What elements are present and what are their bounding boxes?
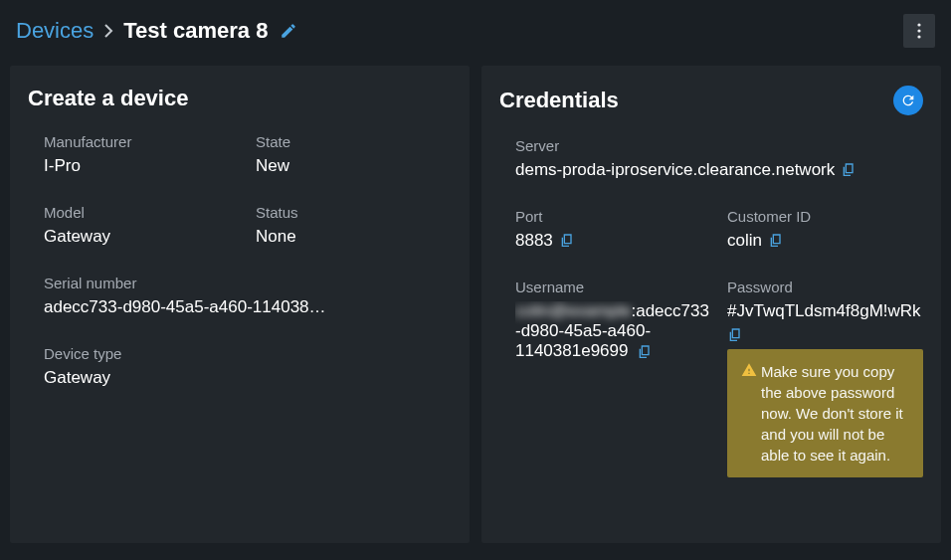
state-value: New [256,156,452,176]
svg-point-1 [917,29,920,32]
serial-label: Serial number [44,275,452,291]
field-devicetype: Device type Gateway [44,345,452,388]
field-server: Server dems-proda-iproservice.clearance.… [515,137,923,180]
refresh-icon [900,93,916,108]
field-state: State New [256,133,452,176]
devicetype-label: Device type [44,345,452,362]
panel-title-create: Create a device [28,86,188,111]
password-warning: Make sure you copy the above password no… [727,349,923,477]
devicetype-value: Gateway [44,368,452,388]
field-status: Status None [256,204,452,247]
model-value: Gateway [44,227,240,247]
manufacturer-label: Manufacturer [44,133,240,150]
password-label: Password [727,279,923,295]
customer-label: Customer ID [727,208,923,225]
copy-username-icon[interactable] [637,344,653,360]
panel-title-credentials: Credentials [499,88,619,113]
field-username: Username colin@example:adecc733-d980-45a… [515,279,711,477]
password-value: #JvTwqTLdsm4f8gM!wRk [727,301,921,320]
chevron-right-icon [103,24,113,38]
credentials-panel: Credentials Server dems-proda-iproservic… [481,66,941,543]
field-customer: Customer ID colin [727,208,923,251]
status-value: None [256,227,452,247]
more-options-button[interactable] [903,14,935,48]
serial-value: adecc733-d980-45a5-a460-114038… [44,297,452,317]
copy-server-icon[interactable] [841,162,856,178]
port-label: Port [515,208,711,225]
copy-password-icon[interactable] [727,327,743,343]
svg-point-2 [917,35,920,38]
field-manufacturer: Manufacturer I-Pro [44,133,240,176]
copy-port-icon[interactable] [559,233,575,249]
field-port: Port 8883 [515,208,711,251]
model-label: Model [44,204,240,221]
customer-value: colin [727,231,762,251]
refresh-button[interactable] [893,86,923,115]
field-model: Model Gateway [44,204,240,247]
warning-text: Make sure you copy the above password no… [761,361,909,466]
copy-customer-icon[interactable] [768,233,784,249]
create-device-panel: Create a device Manufacturer I-Pro State… [10,66,470,543]
breadcrumb-devices-link[interactable]: Devices [16,18,94,44]
kebab-icon [917,23,921,39]
field-serial: Serial number adecc733-d980-45a5-a460-11… [44,275,452,317]
username-blurred: colin@example [515,301,631,320]
edit-icon[interactable] [280,22,297,40]
warning-icon [741,362,757,466]
state-label: State [256,133,452,150]
field-password: Password #JvTwqTLdsm4f8gM!wRk Make sure … [727,279,923,477]
page-title: Test camera 8 [123,18,268,44]
server-label: Server [515,137,923,154]
port-value: 8883 [515,231,553,251]
username-label: Username [515,279,711,295]
server-value: dems-proda-iproservice.clearance.network [515,160,835,180]
svg-point-0 [917,23,920,26]
status-label: Status [256,204,452,221]
manufacturer-value: I-Pro [44,156,240,176]
